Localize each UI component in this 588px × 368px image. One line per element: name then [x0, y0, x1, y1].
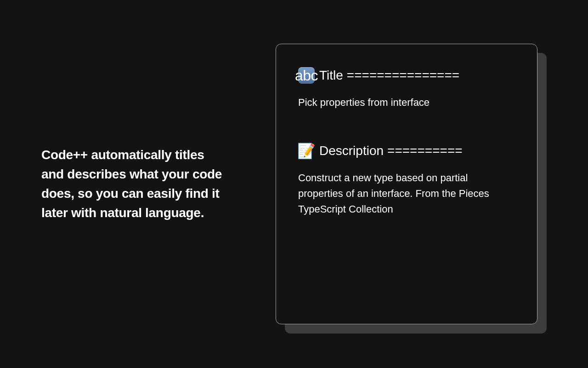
- preview-card-container: abc Title =============== Pick propertie…: [276, 44, 537, 324]
- description-label: Description: [319, 144, 384, 158]
- title-section: abc Title =============== Pick propertie…: [298, 67, 515, 110]
- description-section: 📝 Description ========== Construct a new…: [298, 143, 515, 217]
- title-separator: ===============: [347, 68, 459, 83]
- marketing-copy-column: Code++ automatically titles and describe…: [41, 145, 230, 223]
- title-section-header: abc Title ===============: [298, 67, 515, 84]
- description-section-header: 📝 Description ==========: [298, 143, 515, 159]
- title-body: Pick properties from interface: [298, 95, 491, 110]
- abc-icon: abc: [298, 67, 315, 84]
- description-separator: ==========: [387, 144, 463, 158]
- memo-icon: 📝: [298, 143, 315, 159]
- description-body: Construct a new type based on partial pr…: [298, 170, 491, 217]
- headline-text: Code++ automatically titles and describe…: [41, 145, 230, 223]
- preview-card: abc Title =============== Pick propertie…: [276, 44, 537, 324]
- title-label: Title: [319, 68, 343, 83]
